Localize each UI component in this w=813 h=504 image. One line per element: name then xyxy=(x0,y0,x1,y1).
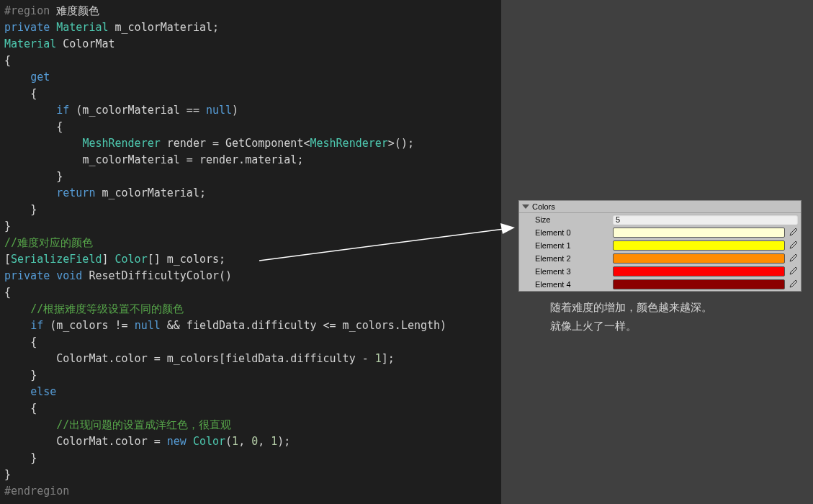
bracket: [ xyxy=(4,253,11,266)
brace: { xyxy=(4,54,11,67)
brace: } xyxy=(56,170,63,183)
code-text: m_colorMaterial = render.material; xyxy=(82,153,303,166)
color-swatch[interactable] xyxy=(613,228,785,238)
code-text: ColorMat.color = m_colors[fieldData.diff… xyxy=(56,352,375,365)
region-directive: #region xyxy=(4,4,56,17)
code-text: , xyxy=(258,435,271,448)
code-editor[interactable]: #region 难度颜色 private Material m_colorMat… xyxy=(0,0,501,504)
keyword: private xyxy=(4,269,50,282)
type: Color xyxy=(193,435,225,448)
eyedropper-icon[interactable] xyxy=(788,240,798,251)
brace: { xyxy=(56,120,63,133)
comment: //难度对应的颜色 xyxy=(4,236,93,249)
eyedropper-icon[interactable] xyxy=(788,253,798,264)
color-swatch[interactable] xyxy=(613,279,785,289)
brace: } xyxy=(30,369,37,382)
endregion-directive: #endregion xyxy=(4,485,69,498)
type: Material xyxy=(56,21,108,34)
code-text: ]; xyxy=(382,352,395,365)
brace: } xyxy=(4,468,11,481)
element-label: Element 3 xyxy=(535,267,613,276)
eyedropper-icon[interactable] xyxy=(788,279,798,289)
type: MeshRenderer xyxy=(310,137,387,150)
code-text: ); xyxy=(277,435,290,448)
inspector-array-name: Colors xyxy=(532,202,555,211)
comment: //出现问题的设置成洋红色，很直观 xyxy=(56,418,231,431)
keyword: null xyxy=(206,104,232,117)
code-text: ColorMat.color = xyxy=(56,435,167,448)
code-text: [] m_colors; xyxy=(148,253,225,266)
keyword: void xyxy=(56,269,82,282)
brace: { xyxy=(30,336,37,348)
method-name: ResetDifficultyColor() xyxy=(89,269,232,282)
keyword: if xyxy=(56,104,69,117)
identifier: m_colorMaterial; xyxy=(115,21,220,34)
keyword: private xyxy=(4,21,50,34)
brace: { xyxy=(4,286,11,299)
element-label: Element 0 xyxy=(535,228,613,237)
element-label: Element 1 xyxy=(535,241,613,250)
foldout-triangle-icon[interactable] xyxy=(522,204,529,209)
bracket: ] xyxy=(102,253,114,266)
inspector-element-row: Element 0 xyxy=(519,226,801,239)
eyedropper-icon[interactable] xyxy=(788,266,798,276)
type: Color xyxy=(115,253,148,266)
code-text: , xyxy=(238,435,251,448)
size-input[interactable]: 5 xyxy=(613,215,798,225)
annotation-line-1: 随着难度的增加，颜色越来越深。 xyxy=(550,298,712,317)
code-text: (m_colors != xyxy=(43,319,134,332)
keyword: null xyxy=(135,319,161,332)
brace: } xyxy=(30,203,37,216)
keyword: get xyxy=(30,71,50,84)
annotation-line-2: 就像上火了一样。 xyxy=(550,317,712,336)
brace: { xyxy=(30,87,37,100)
inspector-size-row: Size 5 xyxy=(519,213,801,226)
inspector-element-row: Element 1 xyxy=(519,239,801,252)
number: 1 xyxy=(232,435,238,448)
code-text: render = GetComponent< xyxy=(161,137,310,150)
eyedropper-icon[interactable] xyxy=(788,228,798,238)
keyword: if xyxy=(30,319,43,332)
type: MeshRenderer xyxy=(82,137,160,150)
code-text: >(); xyxy=(388,137,414,150)
inspector-array-header[interactable]: Colors xyxy=(519,201,801,213)
inspector-element-row: Element 3 xyxy=(519,265,801,278)
keyword: new xyxy=(167,435,187,448)
number: 1 xyxy=(271,435,277,448)
element-label: Element 2 xyxy=(535,254,613,263)
attribute: SerializeField xyxy=(11,253,102,266)
brace: } xyxy=(30,451,37,464)
region-name: 难度颜色 xyxy=(56,4,99,17)
annotation-text: 随着难度的增加，颜色越来越深。 就像上火了一样。 xyxy=(550,298,712,336)
code-text: (m_colorMaterial == xyxy=(76,104,206,117)
identifier: ColorMat xyxy=(63,37,114,50)
number: 0 xyxy=(251,435,258,448)
inspector-element-row: Element 2 xyxy=(519,252,801,265)
element-label: Element 4 xyxy=(535,280,613,289)
inspector-element-row: Element 4 xyxy=(519,278,801,291)
svg-marker-1 xyxy=(500,223,515,234)
unity-inspector-colors: Colors Size 5 Element 0Element 1Element … xyxy=(518,200,801,292)
code-text: ) xyxy=(232,104,238,117)
comment: //根据难度等级设置不同的颜色 xyxy=(30,302,184,315)
keyword: else xyxy=(30,385,56,398)
size-label: Size xyxy=(535,215,613,224)
color-swatch[interactable] xyxy=(613,266,785,276)
brace: } xyxy=(4,220,11,233)
code-text: ( xyxy=(225,435,232,448)
brace: { xyxy=(30,402,37,415)
color-swatch[interactable] xyxy=(613,240,785,251)
color-swatch[interactable] xyxy=(613,253,785,264)
code-text: && fieldData.difficulty <= m_colors.Leng… xyxy=(161,319,446,332)
code-text: m_colorMaterial; xyxy=(95,186,206,199)
type: Material xyxy=(4,37,56,50)
number: 1 xyxy=(375,352,382,365)
keyword: return xyxy=(56,186,95,199)
